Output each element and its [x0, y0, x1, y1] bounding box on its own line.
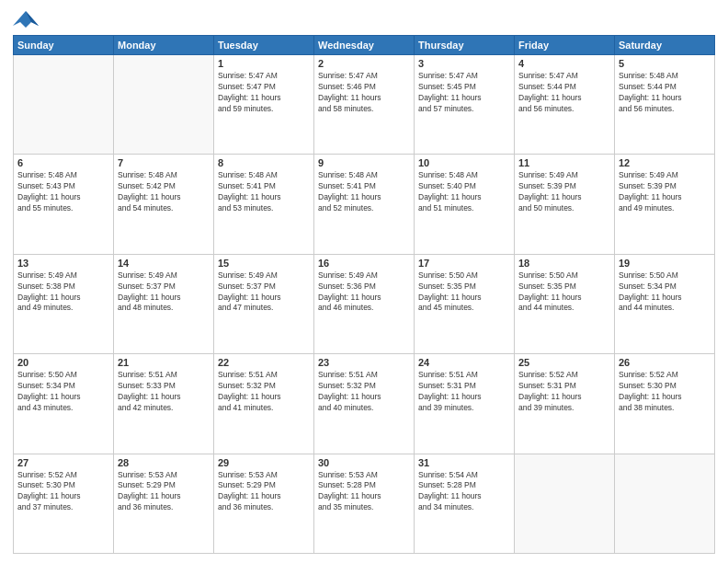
day-number: 20: [17, 357, 109, 368]
calendar-cell: 2Sunrise: 5:47 AM Sunset: 5:46 PM Daylig…: [314, 55, 415, 155]
day-info: Sunrise: 5:47 AM Sunset: 5:45 PM Dayligh…: [418, 71, 510, 115]
day-number: 12: [619, 157, 711, 168]
calendar-cell: 23Sunrise: 5:51 AM Sunset: 5:32 PM Dayli…: [314, 354, 415, 454]
day-number: 8: [218, 157, 310, 168]
day-number: 3: [418, 58, 510, 69]
logo-icon: [13, 9, 39, 29]
day-number: 6: [17, 157, 109, 168]
calendar-cell: 8Sunrise: 5:48 AM Sunset: 5:41 PM Daylig…: [214, 155, 314, 254]
calendar-cell: 27Sunrise: 5:52 AM Sunset: 5:30 PM Dayli…: [14, 454, 114, 553]
day-number: 26: [619, 357, 711, 368]
page: SundayMondayTuesdayWednesdayThursdayFrid…: [0, 0, 728, 563]
calendar-cell: 11Sunrise: 5:49 AM Sunset: 5:39 PM Dayli…: [515, 155, 615, 254]
calendar-cell: 24Sunrise: 5:51 AM Sunset: 5:31 PM Dayli…: [415, 354, 515, 454]
day-info: Sunrise: 5:49 AM Sunset: 5:37 PM Dayligh…: [218, 270, 310, 315]
calendar-cell: 5Sunrise: 5:48 AM Sunset: 5:44 PM Daylig…: [615, 55, 715, 155]
day-number: 10: [418, 157, 510, 168]
day-info: Sunrise: 5:49 AM Sunset: 5:38 PM Dayligh…: [17, 270, 109, 315]
calendar-cell: [515, 454, 615, 553]
calendar-cell: 30Sunrise: 5:53 AM Sunset: 5:28 PM Dayli…: [314, 454, 415, 553]
day-number: 19: [619, 258, 711, 269]
day-number: 9: [318, 157, 410, 168]
day-header-wednesday: Wednesday: [314, 36, 415, 55]
day-info: Sunrise: 5:50 AM Sunset: 5:34 PM Dayligh…: [17, 370, 109, 414]
day-number: 5: [619, 58, 711, 69]
calendar-cell: 3Sunrise: 5:47 AM Sunset: 5:45 PM Daylig…: [415, 55, 515, 155]
calendar-cell: 20Sunrise: 5:50 AM Sunset: 5:34 PM Dayli…: [14, 354, 114, 454]
day-info: Sunrise: 5:49 AM Sunset: 5:39 PM Dayligh…: [518, 170, 610, 214]
calendar-cell: [615, 454, 715, 553]
day-number: 31: [418, 457, 510, 468]
day-info: Sunrise: 5:51 AM Sunset: 5:32 PM Dayligh…: [218, 370, 310, 414]
day-info: Sunrise: 5:47 AM Sunset: 5:44 PM Dayligh…: [518, 71, 610, 115]
calendar-cell: 31Sunrise: 5:54 AM Sunset: 5:28 PM Dayli…: [415, 454, 515, 553]
day-info: Sunrise: 5:52 AM Sunset: 5:30 PM Dayligh…: [619, 370, 711, 414]
calendar-cell: 14Sunrise: 5:49 AM Sunset: 5:37 PM Dayli…: [114, 254, 214, 353]
day-info: Sunrise: 5:52 AM Sunset: 5:30 PM Dayligh…: [17, 470, 109, 514]
day-info: Sunrise: 5:47 AM Sunset: 5:47 PM Dayligh…: [218, 71, 310, 115]
calendar-cell: 21Sunrise: 5:51 AM Sunset: 5:33 PM Dayli…: [114, 354, 214, 454]
day-number: 4: [518, 58, 610, 69]
day-number: 29: [218, 457, 310, 468]
calendar-cell: 12Sunrise: 5:49 AM Sunset: 5:39 PM Dayli…: [615, 155, 715, 254]
day-header-friday: Friday: [515, 36, 615, 55]
day-info: Sunrise: 5:48 AM Sunset: 5:40 PM Dayligh…: [418, 170, 510, 214]
calendar-cell: 15Sunrise: 5:49 AM Sunset: 5:37 PM Dayli…: [214, 254, 314, 353]
day-number: 30: [318, 457, 410, 468]
svg-marker-0: [13, 11, 39, 28]
calendar-cell: 26Sunrise: 5:52 AM Sunset: 5:30 PM Dayli…: [615, 354, 715, 454]
calendar-cell: 13Sunrise: 5:49 AM Sunset: 5:38 PM Dayli…: [14, 254, 114, 353]
day-info: Sunrise: 5:48 AM Sunset: 5:41 PM Dayligh…: [318, 170, 410, 214]
calendar-cell: 9Sunrise: 5:48 AM Sunset: 5:41 PM Daylig…: [314, 155, 415, 254]
day-number: 18: [518, 258, 610, 269]
day-number: 11: [518, 157, 610, 168]
calendar-cell: [14, 55, 114, 155]
day-number: 25: [518, 357, 610, 368]
day-header-thursday: Thursday: [415, 36, 515, 55]
day-number: 21: [118, 357, 210, 368]
calendar-cell: 28Sunrise: 5:53 AM Sunset: 5:29 PM Dayli…: [114, 454, 214, 553]
day-info: Sunrise: 5:48 AM Sunset: 5:41 PM Dayligh…: [218, 170, 310, 214]
calendar-cell: 7Sunrise: 5:48 AM Sunset: 5:42 PM Daylig…: [114, 155, 214, 254]
day-info: Sunrise: 5:53 AM Sunset: 5:29 PM Dayligh…: [118, 470, 210, 514]
day-header-sunday: Sunday: [14, 36, 114, 55]
day-number: 28: [118, 457, 210, 468]
calendar-cell: [114, 55, 214, 155]
calendar-cell: 10Sunrise: 5:48 AM Sunset: 5:40 PM Dayli…: [415, 155, 515, 254]
week-row-5: 27Sunrise: 5:52 AM Sunset: 5:30 PM Dayli…: [14, 454, 715, 553]
day-info: Sunrise: 5:49 AM Sunset: 5:36 PM Dayligh…: [318, 270, 410, 315]
day-header-saturday: Saturday: [615, 36, 715, 55]
day-number: 24: [418, 357, 510, 368]
day-info: Sunrise: 5:49 AM Sunset: 5:37 PM Dayligh…: [118, 270, 210, 315]
day-info: Sunrise: 5:48 AM Sunset: 5:43 PM Dayligh…: [17, 170, 109, 214]
header: [13, 9, 715, 29]
calendar-cell: 4Sunrise: 5:47 AM Sunset: 5:44 PM Daylig…: [515, 55, 615, 155]
day-info: Sunrise: 5:50 AM Sunset: 5:35 PM Dayligh…: [418, 270, 510, 315]
day-number: 15: [218, 258, 310, 269]
week-row-3: 13Sunrise: 5:49 AM Sunset: 5:38 PM Dayli…: [14, 254, 715, 353]
day-info: Sunrise: 5:52 AM Sunset: 5:31 PM Dayligh…: [518, 370, 610, 414]
day-info: Sunrise: 5:54 AM Sunset: 5:28 PM Dayligh…: [418, 470, 510, 514]
logo: [13, 9, 42, 29]
day-header-tuesday: Tuesday: [214, 36, 314, 55]
day-number: 13: [17, 258, 109, 269]
day-number: 14: [118, 258, 210, 269]
calendar-cell: 19Sunrise: 5:50 AM Sunset: 5:34 PM Dayli…: [615, 254, 715, 353]
day-number: 22: [218, 357, 310, 368]
calendar-cell: 17Sunrise: 5:50 AM Sunset: 5:35 PM Dayli…: [415, 254, 515, 353]
week-row-2: 6Sunrise: 5:48 AM Sunset: 5:43 PM Daylig…: [14, 155, 715, 254]
day-number: 2: [318, 58, 410, 69]
calendar-cell: 25Sunrise: 5:52 AM Sunset: 5:31 PM Dayli…: [515, 354, 615, 454]
day-info: Sunrise: 5:50 AM Sunset: 5:34 PM Dayligh…: [619, 270, 711, 315]
calendar-cell: 1Sunrise: 5:47 AM Sunset: 5:47 PM Daylig…: [214, 55, 314, 155]
week-row-1: 1Sunrise: 5:47 AM Sunset: 5:47 PM Daylig…: [14, 55, 715, 155]
day-info: Sunrise: 5:47 AM Sunset: 5:46 PM Dayligh…: [318, 71, 410, 115]
day-info: Sunrise: 5:50 AM Sunset: 5:35 PM Dayligh…: [518, 270, 610, 315]
day-info: Sunrise: 5:49 AM Sunset: 5:39 PM Dayligh…: [619, 170, 711, 214]
calendar-cell: 29Sunrise: 5:53 AM Sunset: 5:29 PM Dayli…: [214, 454, 314, 553]
day-number: 17: [418, 258, 510, 269]
calendar-cell: 18Sunrise: 5:50 AM Sunset: 5:35 PM Dayli…: [515, 254, 615, 353]
day-info: Sunrise: 5:48 AM Sunset: 5:42 PM Dayligh…: [118, 170, 210, 214]
day-number: 16: [318, 258, 410, 269]
day-info: Sunrise: 5:51 AM Sunset: 5:33 PM Dayligh…: [118, 370, 210, 414]
